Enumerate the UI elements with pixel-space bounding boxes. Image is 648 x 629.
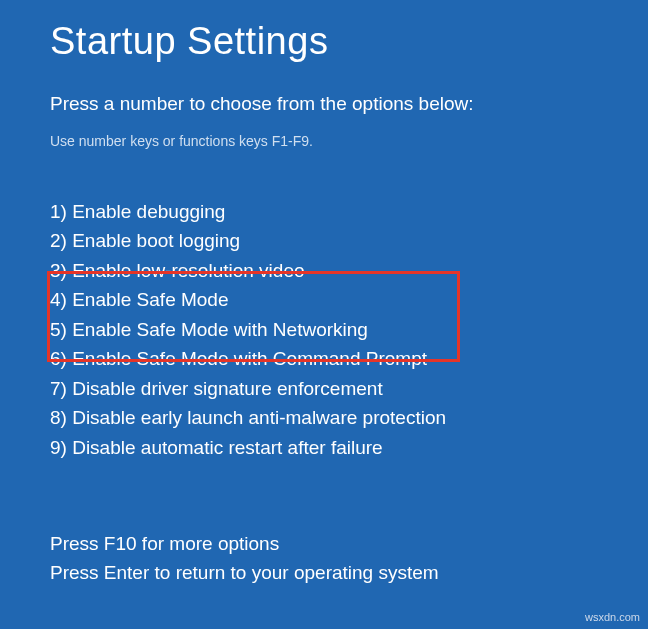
footer-return: Press Enter to return to your operating … bbox=[50, 559, 439, 588]
option-2-boot-logging[interactable]: 2) Enable boot logging bbox=[50, 226, 598, 255]
option-6-safe-mode-cmd[interactable]: 6) Enable Safe Mode with Command Prompt bbox=[50, 344, 598, 373]
instruction-subtitle: Press a number to choose from the option… bbox=[50, 93, 598, 115]
option-5-safe-mode-networking[interactable]: 5) Enable Safe Mode with Networking bbox=[50, 315, 598, 344]
key-hint: Use number keys or functions keys F1-F9. bbox=[50, 133, 598, 149]
options-list: 1) Enable debugging 2) Enable boot loggi… bbox=[50, 197, 598, 462]
option-4-safe-mode[interactable]: 4) Enable Safe Mode bbox=[50, 285, 598, 314]
footer: Press F10 for more options Press Enter t… bbox=[50, 530, 439, 587]
option-8-disable-antimalware[interactable]: 8) Disable early launch anti-malware pro… bbox=[50, 403, 598, 432]
option-1-debugging[interactable]: 1) Enable debugging bbox=[50, 197, 598, 226]
option-9-disable-auto-restart[interactable]: 9) Disable automatic restart after failu… bbox=[50, 433, 598, 462]
page-title: Startup Settings bbox=[50, 20, 598, 63]
option-7-disable-driver-sig[interactable]: 7) Disable driver signature enforcement bbox=[50, 374, 598, 403]
footer-more-options: Press F10 for more options bbox=[50, 530, 439, 559]
option-3-low-res-video[interactable]: 3) Enable low-resolution video bbox=[50, 256, 598, 285]
watermark: wsxdn.com bbox=[585, 611, 640, 623]
